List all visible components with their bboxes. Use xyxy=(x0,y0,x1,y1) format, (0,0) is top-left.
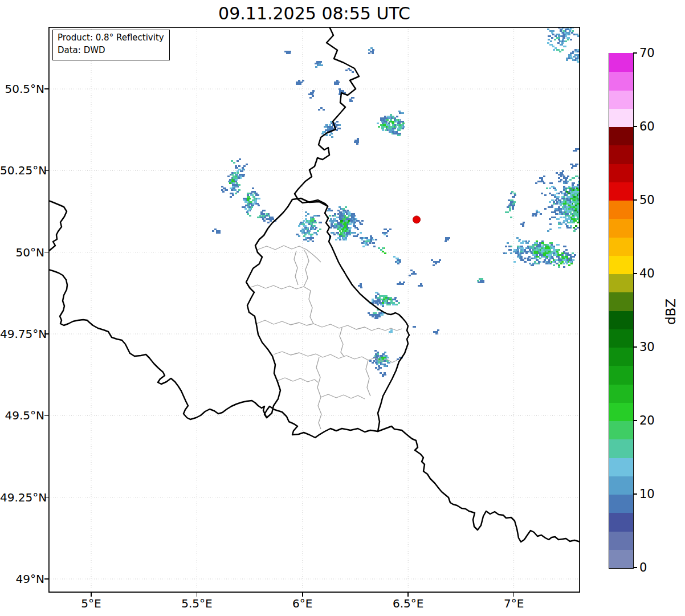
colorbar-tick-label: 30 xyxy=(639,340,655,354)
colorbar-segment xyxy=(609,384,633,403)
colorbar-segment xyxy=(609,182,633,201)
location-marker xyxy=(413,216,421,223)
colorbar-segment xyxy=(609,494,633,513)
y-axis-tick-label: 49.25°N xyxy=(0,491,44,504)
colorbar-segment xyxy=(609,311,633,329)
y-axis-tick-label: 50.5°N xyxy=(0,83,44,95)
colorbar-unit-label: dBZ xyxy=(647,288,685,336)
colorbar-segment xyxy=(609,164,633,182)
x-axis-tick-label: 5.5°E xyxy=(165,597,228,610)
radar-screenshot: 09.11.2025 08:55 UTC Product: 0.8° Refle… xyxy=(0,0,685,616)
country-borders xyxy=(48,27,580,542)
plot-frame xyxy=(49,27,580,592)
colorbar-segment xyxy=(609,108,633,127)
x-axis-tick xyxy=(91,593,92,597)
y-axis-tick-label: 50°N xyxy=(0,246,44,259)
colorbar xyxy=(609,53,634,569)
colorbar-segment xyxy=(609,512,633,531)
y-axis-tick xyxy=(44,88,48,89)
y-axis-tick-label: 49°N xyxy=(0,573,44,585)
gridlines xyxy=(48,27,580,593)
data-source-label: Data: DWD xyxy=(58,44,164,57)
y-axis-tick-label: 49.75°N xyxy=(0,328,44,340)
y-axis-tick-label: 50.25°N xyxy=(0,164,44,177)
map-plot: Product: 0.8° Reflectivity Data: DWD xyxy=(48,27,580,593)
y-axis-tick xyxy=(44,578,48,580)
colorbar-tick xyxy=(633,199,637,201)
colorbar-segment xyxy=(609,365,633,384)
colorbar-tick-label: 50 xyxy=(639,193,655,207)
colorbar-tick xyxy=(633,273,637,274)
product-info-box: Product: 0.8° Reflectivity Data: DWD xyxy=(52,30,170,60)
x-axis-tick-label: 5°E xyxy=(60,597,123,610)
x-axis-tick xyxy=(513,593,515,597)
colorbar-segment xyxy=(609,200,633,219)
colorbar-tick-label: 60 xyxy=(639,120,655,133)
colorbar-segment xyxy=(609,255,633,274)
colorbar-segment xyxy=(609,53,633,72)
x-axis-tick xyxy=(302,593,303,597)
colorbar-segment xyxy=(609,476,633,495)
y-axis-tick-label: 49.5°N xyxy=(0,409,44,422)
x-axis-tick-label: 6°E xyxy=(271,597,334,610)
colorbar-tick xyxy=(633,346,637,348)
colorbar-tick xyxy=(633,567,637,568)
colorbar-tick xyxy=(633,420,637,421)
colorbar-segment xyxy=(609,421,633,439)
colorbar-tick xyxy=(633,126,637,127)
colorbar-segment xyxy=(609,127,633,145)
x-axis-tick-label: 7°E xyxy=(483,597,545,610)
colorbar-tick-label: 70 xyxy=(639,46,655,60)
colorbar-segment xyxy=(609,292,633,311)
radar-echoes xyxy=(212,27,580,377)
colorbar-segment xyxy=(609,145,633,164)
colorbar-tick-label: 20 xyxy=(639,414,655,427)
y-axis-tick xyxy=(44,415,48,417)
colorbar-tick xyxy=(633,493,637,495)
colorbar-segment xyxy=(609,549,633,568)
colorbar-segment xyxy=(609,402,633,421)
colorbar-tick xyxy=(633,52,637,54)
x-axis-tick-label: 6.5°E xyxy=(377,597,439,610)
x-axis-tick xyxy=(197,593,198,597)
colorbar-segment xyxy=(609,458,633,476)
radar-map-canvas xyxy=(48,27,580,593)
colorbar-segment xyxy=(609,71,633,90)
x-axis-tick xyxy=(407,593,409,597)
colorbar-segment xyxy=(609,90,633,109)
y-axis-tick xyxy=(44,252,48,253)
colorbar-segment xyxy=(609,531,633,550)
product-label: Product: 0.8° Reflectivity xyxy=(58,32,164,44)
colorbar-tick-label: 10 xyxy=(639,487,655,501)
colorbar-tick-label: 40 xyxy=(639,267,655,280)
colorbar-segment xyxy=(609,218,633,237)
colorbar-segment xyxy=(609,329,633,348)
colorbar-tick-label: 0 xyxy=(639,561,647,574)
colorbar-segment xyxy=(609,439,633,458)
colorbar-segment xyxy=(609,274,633,292)
colorbar-segment xyxy=(609,347,633,366)
page-title: 09.11.2025 08:55 UTC xyxy=(48,3,580,23)
admin-borders xyxy=(249,246,402,429)
colorbar-segment xyxy=(609,237,633,256)
